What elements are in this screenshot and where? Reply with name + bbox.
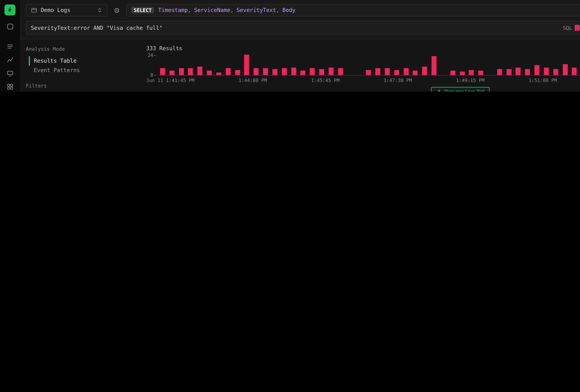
histogram-bar[interactable] — [169, 71, 174, 75]
gear-icon[interactable]: ⚙ — [111, 5, 122, 16]
histogram-bar[interactable] — [450, 71, 455, 75]
histogram-bar[interactable] — [422, 67, 427, 75]
histogram-bar[interactable] — [506, 69, 511, 75]
histogram-bar[interactable] — [198, 67, 203, 75]
histogram-bar[interactable] — [544, 67, 549, 75]
histogram-bar[interactable] — [469, 70, 474, 75]
results-count: 333 Results — [146, 45, 182, 52]
select-keyword-chip: SELECT — [131, 7, 154, 13]
histogram-bar[interactable] — [563, 64, 568, 75]
histogram-bar[interactable] — [207, 71, 212, 75]
separator: , — [188, 7, 191, 13]
search-query-text: SeverityText:error AND "Visa cache full" — [31, 25, 558, 31]
main-column: Demo Logs ⚙ SELECT Timestamp, ServiceNam… — [20, 0, 580, 92]
histogram-bar[interactable] — [328, 67, 333, 75]
source-select[interactable]: Demo Logs — [26, 4, 107, 16]
histogram-bar[interactable] — [535, 65, 540, 75]
histogram-x-axis: Jun 11 1:41:45 PM1:44:00 PM1:45:45 PM1:4… — [146, 78, 580, 83]
separator: , — [276, 7, 279, 13]
lightning-bolt-icon — [436, 89, 441, 92]
select-field: ServiceName — [194, 7, 230, 13]
topbar: Demo Logs ⚙ SELECT Timestamp, ServiceNam… — [20, 0, 580, 39]
app-logo[interactable] — [4, 4, 15, 15]
histogram-bar[interactable] — [179, 68, 184, 75]
language-divider: | — [575, 25, 580, 31]
x-axis-tick-label: 1:51:00 PM — [529, 78, 557, 83]
histogram-bar[interactable] — [291, 67, 296, 75]
select-clause-input[interactable]: SELECT Timestamp, ServiceName, SeverityT… — [126, 4, 580, 16]
histogram-bar[interactable] — [460, 72, 465, 75]
histogram-bar[interactable] — [497, 69, 502, 75]
histogram-bar[interactable] — [216, 72, 221, 75]
histogram-bar[interactable] — [478, 71, 483, 75]
nav-sessions-icon[interactable] — [6, 69, 14, 77]
search-row: SeverityText:error AND "Visa cache full"… — [26, 21, 580, 35]
resume-live-tail-button[interactable]: Resume Live Tail — [431, 87, 490, 92]
histogram-bar[interactable] — [263, 68, 268, 75]
y-axis-tick-label: 0 — [150, 73, 156, 78]
nav-dashboards-icon[interactable] — [6, 82, 14, 91]
x-axis-tick-label: 1:47:30 PM — [384, 78, 412, 83]
nav-chart-icon[interactable] — [6, 56, 14, 64]
histogram-bar[interactable] — [338, 68, 343, 75]
histogram-bar[interactable] — [310, 68, 315, 75]
histogram-bar[interactable] — [226, 68, 231, 75]
mode-results-table[interactable]: Results Table — [29, 56, 138, 66]
histogram-bar[interactable] — [235, 70, 240, 75]
chevron-up-down-icon — [97, 7, 102, 13]
x-axis-tick-label: 1:49:15 PM — [456, 78, 484, 83]
select-field: SeverityText — [237, 7, 276, 13]
app-window: ? U Demo Logs ⚙ SELECT Timestamp, Servic… — [0, 0, 580, 92]
separator: , — [230, 7, 234, 13]
histogram-bar[interactable] — [385, 68, 390, 75]
histogram-bar[interactable] — [553, 69, 558, 75]
histogram-bar[interactable] — [572, 67, 577, 75]
lightning-bolt-icon — [6, 6, 13, 13]
select-field: Body — [282, 7, 295, 13]
results-summary: 333 Results Scanned Rows: 788242 — [146, 45, 580, 52]
x-axis-tick-label: 1:44:00 PM — [239, 78, 267, 83]
histogram-bar[interactable] — [375, 68, 380, 75]
content: Analysis Mode Results Table Event Patter… — [20, 39, 580, 92]
histogram-bar[interactable] — [272, 69, 277, 75]
query-row: Demo Logs ⚙ SELECT Timestamp, ServiceNam… — [26, 4, 580, 16]
results-panel: 333 Results Scanned Rows: 788242 24 0 Ju… — [144, 39, 580, 92]
source-database-icon — [31, 7, 37, 13]
histogram-bar[interactable] — [394, 70, 399, 75]
histogram-plot — [159, 55, 580, 76]
histogram-bar[interactable] — [413, 71, 418, 75]
histogram-bar[interactable] — [432, 56, 436, 75]
language-sql-option[interactable]: SQL — [563, 25, 572, 31]
histogram-bar[interactable] — [319, 69, 324, 75]
x-axis-tick-label: Jun 11 1:41:45 PM — [146, 78, 194, 83]
histogram-bar[interactable] — [188, 68, 193, 75]
sidebar: Analysis Mode Results Table Event Patter… — [20, 39, 144, 92]
y-axis-tick-label: 24 — [148, 53, 156, 58]
nav-rail: ? U — [0, 0, 20, 92]
nav-search-icon[interactable] — [6, 22, 14, 30]
mode-event-patterns[interactable]: Event Patterns — [29, 66, 138, 75]
select-field: Timestamp — [158, 7, 188, 13]
histogram-bar[interactable] — [525, 69, 530, 75]
analysis-mode-heading: Analysis Mode — [26, 46, 138, 52]
histogram-bar[interactable] — [300, 71, 305, 75]
nav-logs-icon[interactable] — [6, 42, 14, 50]
live-tail-row: Resume Live Tail — [146, 87, 580, 92]
x-axis-tick-label: 1:45:45 PM — [311, 78, 339, 83]
query-language-toggle: SQL | Lucene — [563, 25, 580, 31]
histogram-bar[interactable] — [160, 68, 165, 75]
histogram-bar[interactable] — [366, 70, 371, 75]
histogram-bar[interactable] — [244, 55, 249, 75]
results-histogram: 24 0 — [146, 55, 580, 76]
histogram-bar[interactable] — [254, 68, 259, 75]
histogram-bar[interactable] — [282, 68, 287, 75]
search-input[interactable]: SeverityText:error AND "Visa cache full"… — [26, 21, 580, 35]
source-select-value: Demo Logs — [41, 7, 93, 13]
live-tail-label: Resume Live Tail — [444, 89, 484, 92]
filters-heading: Filters — [26, 83, 138, 89]
histogram-bar[interactable] — [516, 67, 521, 75]
histogram-bar[interactable] — [404, 68, 409, 75]
histogram-y-axis: 24 0 — [146, 55, 159, 76]
